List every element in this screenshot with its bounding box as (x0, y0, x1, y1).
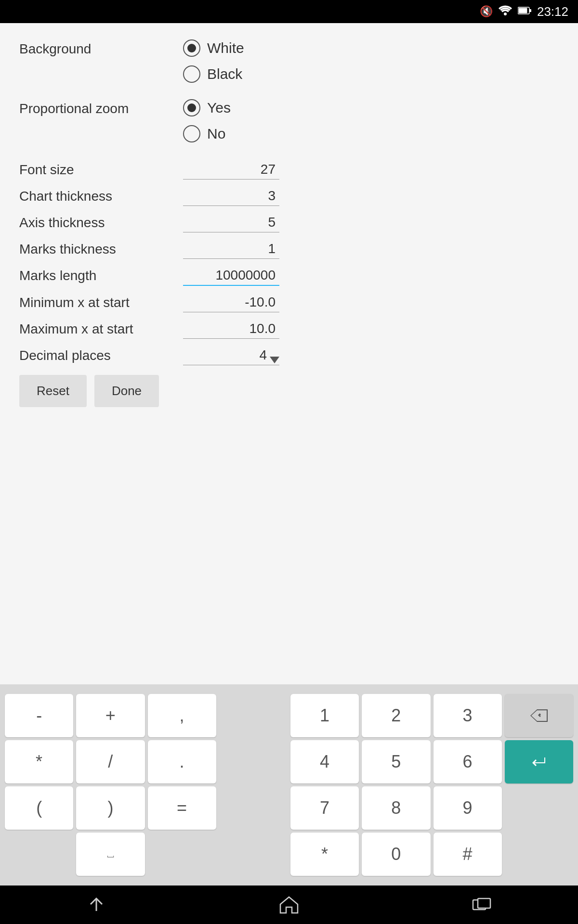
min-x-row: Minimum x at start (19, 293, 559, 312)
key-4[interactable]: 4 (290, 740, 359, 783)
max-x-row: Maximum x at start (19, 319, 559, 339)
svg-rect-5 (478, 898, 490, 908)
background-white-option[interactable]: White (183, 38, 244, 59)
key-plus[interactable]: + (76, 694, 144, 737)
background-radio-group: White Black (183, 38, 244, 85)
key-hash[interactable]: # (434, 833, 502, 876)
marks-length-row: Marks length (19, 266, 559, 286)
mute-icon: 🔇 (480, 5, 493, 18)
key-equals[interactable]: = (148, 786, 216, 830)
zoom-no-radio[interactable] (183, 125, 200, 142)
min-x-label: Minimum x at start (19, 295, 183, 310)
key-backspace[interactable] (505, 694, 573, 737)
background-black-option[interactable]: Black (183, 64, 244, 85)
zoom-no-label: No (207, 126, 225, 142)
recent-button[interactable] (472, 898, 491, 912)
key-space[interactable]: ⎵ (76, 833, 144, 876)
key-3[interactable]: 3 (434, 694, 502, 737)
zoom-radio-group: Yes No (183, 97, 231, 144)
zoom-no-option[interactable]: No (183, 123, 231, 144)
marks-thickness-input[interactable] (183, 239, 279, 259)
key-enter[interactable] (505, 740, 573, 783)
min-x-input[interactable] (183, 293, 279, 312)
key-7[interactable]: 7 (290, 786, 359, 830)
reset-button[interactable]: Reset (19, 375, 87, 407)
status-bar: 🔇 23:12 (0, 0, 578, 23)
zoom-section: Proportional zoom Yes No (19, 97, 559, 154)
zoom-yes-label: Yes (207, 100, 231, 116)
keyboard-grid: - + , 1 2 3 * / . 4 5 6 ( ) = 7 8 9 (5, 694, 573, 876)
decimal-places-label: Decimal places (19, 348, 183, 363)
main-content: Background White Black Proportional zoom… (0, 23, 578, 684)
action-buttons: Reset Done (19, 375, 559, 407)
key-empty-1 (219, 694, 288, 737)
svg-rect-2 (518, 8, 527, 13)
key-asterisk[interactable]: * (290, 833, 359, 876)
key-9[interactable]: 9 (434, 786, 502, 830)
key-divide[interactable]: / (76, 740, 144, 783)
background-white-label: White (207, 40, 244, 56)
zoom-yes-radio[interactable] (183, 99, 200, 116)
font-size-row: Font size (19, 160, 559, 180)
key-5[interactable]: 5 (362, 740, 430, 783)
key-minus[interactable]: - (5, 694, 73, 737)
key-8[interactable]: 8 (362, 786, 430, 830)
keyboard-area: - + , 1 2 3 * / . 4 5 6 ( ) = 7 8 9 (0, 684, 578, 886)
key-comma[interactable]: , (148, 694, 216, 737)
svg-rect-3 (529, 9, 531, 12)
key-empty-4 (505, 786, 573, 830)
marks-length-label: Marks length (19, 268, 183, 283)
axis-thickness-label: Axis thickness (19, 215, 183, 231)
zoom-label: Proportional zoom (19, 97, 183, 154)
marks-length-input[interactable] (183, 266, 279, 286)
chart-thickness-row: Chart thickness (19, 186, 559, 206)
key-2[interactable]: 2 (362, 694, 430, 737)
wifi-icon (499, 5, 512, 18)
key-open-paren[interactable]: ( (5, 786, 73, 830)
background-section: Background White Black (19, 38, 559, 94)
key-empty-2 (219, 740, 288, 783)
key-dot[interactable]: . (148, 740, 216, 783)
background-black-radio[interactable] (183, 65, 200, 83)
key-close-paren[interactable]: ) (76, 786, 144, 830)
axis-thickness-row: Axis thickness (19, 213, 559, 232)
marks-thickness-row: Marks thickness (19, 239, 559, 259)
key-empty-5 (5, 833, 73, 876)
max-x-input[interactable] (183, 319, 279, 339)
key-empty-3 (219, 786, 288, 830)
chart-thickness-label: Chart thickness (19, 189, 183, 204)
background-label: Background (19, 38, 183, 94)
font-size-label: Font size (19, 162, 183, 178)
decimal-spinner-arrow (270, 357, 279, 363)
nav-bar (0, 886, 578, 924)
font-size-input[interactable] (183, 160, 279, 180)
decimal-places-row: Decimal places (19, 346, 559, 365)
background-white-radio[interactable] (183, 39, 200, 57)
done-button[interactable]: Done (94, 375, 159, 407)
key-multiply[interactable]: * (5, 740, 73, 783)
back-button[interactable] (87, 898, 106, 912)
chart-thickness-input[interactable] (183, 186, 279, 206)
zoom-yes-option[interactable]: Yes (183, 97, 231, 118)
marks-thickness-label: Marks thickness (19, 242, 183, 257)
svg-point-0 (504, 13, 507, 15)
status-time: 23:12 (537, 4, 568, 19)
key-empty-6 (148, 833, 216, 876)
axis-thickness-input[interactable] (183, 213, 279, 232)
max-x-label: Maximum x at start (19, 321, 183, 337)
decimal-places-container (183, 346, 279, 365)
decimal-places-input[interactable] (183, 346, 279, 365)
key-1[interactable]: 1 (290, 694, 359, 737)
key-empty-8 (505, 833, 573, 876)
battery-icon (518, 5, 531, 18)
key-empty-7 (219, 833, 288, 876)
key-6[interactable]: 6 (434, 740, 502, 783)
background-black-label: Black (207, 66, 242, 82)
key-0[interactable]: 0 (362, 833, 430, 876)
home-button[interactable] (279, 896, 299, 914)
